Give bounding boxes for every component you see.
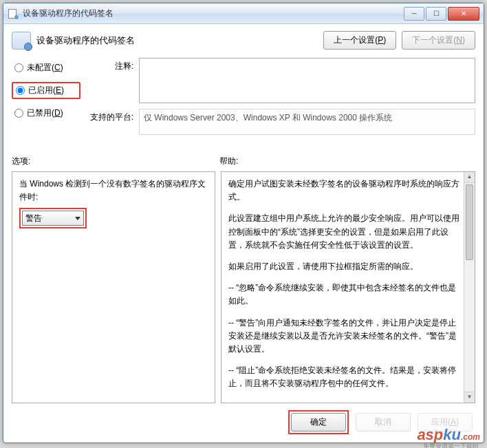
options-section-label: 选项:	[12, 156, 219, 167]
platform-row: 支持的平台: 仅 Windows Server 2003、Windows XP …	[87, 109, 475, 135]
scroll-up-icon[interactable]: ▲	[464, 172, 475, 183]
signing-action-combobox[interactable]: 警告	[22, 211, 84, 226]
help-p1: 确定用户试图安装未经数字签名的设备驱动程序时系统的响应方式。	[228, 178, 464, 204]
minimize-button[interactable]: ─	[404, 7, 424, 21]
platform-label: 支持的平台:	[87, 109, 139, 123]
ok-button[interactable]: 确定	[291, 413, 346, 431]
radio-not-configured[interactable]: 未配置(C)	[12, 61, 80, 75]
platform-value: 仅 Windows Server 2003、Windows XP 和 Windo…	[139, 109, 475, 135]
help-text: 确定用户试图安装未经数字签名的设备驱动程序时系统的响应方式。 此设置建立组中用户…	[228, 178, 468, 390]
help-p4: -- “忽略”命令系统继续安装，即使其中包含未经签名的文件也是如此。	[228, 281, 464, 308]
next-setting-button[interactable]: 下一个设置(N)	[402, 31, 475, 50]
cancel-button[interactable]: 取消	[356, 413, 411, 431]
annotation-column: 注释: 支持的平台: 仅 Windows Server 2003、Windows…	[87, 58, 475, 140]
radio-enabled-input[interactable]	[16, 86, 25, 95]
radio-not-configured-label: 未配置(C)	[27, 62, 63, 74]
help-scrollbar[interactable]: ▲ ▼	[464, 172, 475, 403]
maximize-button[interactable]: ☐	[426, 7, 446, 21]
nav-buttons: 上一个设置(P) 下一个设置(N)	[323, 31, 475, 50]
titlebar[interactable]: 设备驱动程序的代码签名 ─ ☐ ✕	[3, 3, 484, 24]
help-p5: -- “警告”向用户通知未经数字签名的文件，并让用户决定是停止安装还是继续安装以…	[228, 317, 464, 356]
help-section-label: 帮助:	[219, 156, 475, 167]
help-p3: 如果启用了此设置，请使用下拉框指定所需的响应。	[228, 260, 464, 273]
window-title: 设备驱动程序的代码签名	[23, 8, 404, 19]
dialog-window: 设备驱动程序的代码签名 ─ ☐ ✕ 设备驱动程序的代码签名 上一个设置(P) 下…	[3, 3, 484, 443]
options-prompt: 当 Windows 检测到一个没有数字签名的驱动程序文件时:	[19, 178, 208, 204]
combo-highlight: 警告	[19, 208, 87, 228]
scrollbar-thumb[interactable]	[466, 184, 473, 260]
radio-disabled-label: 已禁用(D)	[27, 107, 63, 119]
section-labels: 选项: 帮助:	[12, 156, 475, 167]
radio-column: 未配置(C) 已启用(E) 已禁用(D)	[12, 58, 80, 140]
close-button[interactable]: ✕	[448, 7, 479, 21]
app-icon	[8, 8, 19, 19]
radio-not-configured-input[interactable]	[14, 63, 23, 72]
policy-icon	[12, 32, 31, 50]
options-panel: 当 Windows 检测到一个没有数字签名的驱动程序文件时: 警告	[12, 171, 215, 403]
dialog-footer: 确定 取消 应用(A)	[12, 403, 475, 436]
radio-disabled[interactable]: 已禁用(D)	[12, 106, 80, 120]
annotation-row: 注释:	[87, 58, 475, 103]
dialog-content: 设备驱动程序的代码签名 上一个设置(P) 下一个设置(N) 未配置(C) 已启用…	[3, 24, 484, 442]
help-p6: -- “阻止”命令系统拒绝安装未经签名的文件。结果是，安装将停止，而且将不安装驱…	[228, 364, 464, 390]
main-panels: 当 Windows 检测到一个没有数字签名的驱动程序文件时: 警告 确定用户试图…	[12, 171, 475, 403]
window-controls: ─ ☐ ✕	[404, 7, 479, 21]
chevron-down-icon	[75, 217, 80, 220]
annotation-textarea[interactable]	[139, 58, 475, 103]
previous-setting-button[interactable]: 上一个设置(P)	[323, 31, 396, 50]
radio-enabled[interactable]: 已启用(E)	[12, 82, 80, 99]
apply-button[interactable]: 应用(A)	[418, 413, 473, 431]
dialog-title: 设备驱动程序的代码签名	[36, 34, 323, 47]
header-row: 设备驱动程序的代码签名 上一个设置(P) 下一个设置(N)	[12, 31, 475, 50]
scroll-down-icon[interactable]: ▼	[464, 392, 475, 403]
annotation-label: 注释:	[87, 58, 139, 72]
help-p2: 此设置建立组中用户系统上允许的最少安全响应。用户可以使用控制面板中的“系统”选择…	[228, 212, 464, 252]
radio-enabled-label: 已启用(E)	[28, 85, 64, 96]
combo-value: 警告	[25, 212, 42, 225]
help-panel: 确定用户试图安装未经数字签名的设备驱动程序时系统的响应方式。 此设置建立组中用户…	[221, 171, 475, 403]
radio-disabled-input[interactable]	[14, 109, 23, 118]
config-area: 未配置(C) 已启用(E) 已禁用(D) 注释: 支持的平台:	[12, 58, 475, 140]
ok-highlight: 确定	[288, 410, 349, 434]
